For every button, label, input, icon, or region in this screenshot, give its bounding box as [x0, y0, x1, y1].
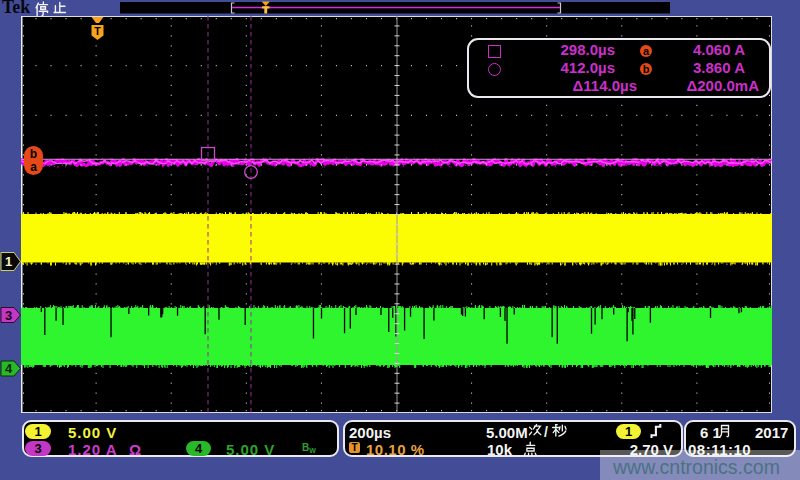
svg-text:/: / [544, 424, 548, 440]
